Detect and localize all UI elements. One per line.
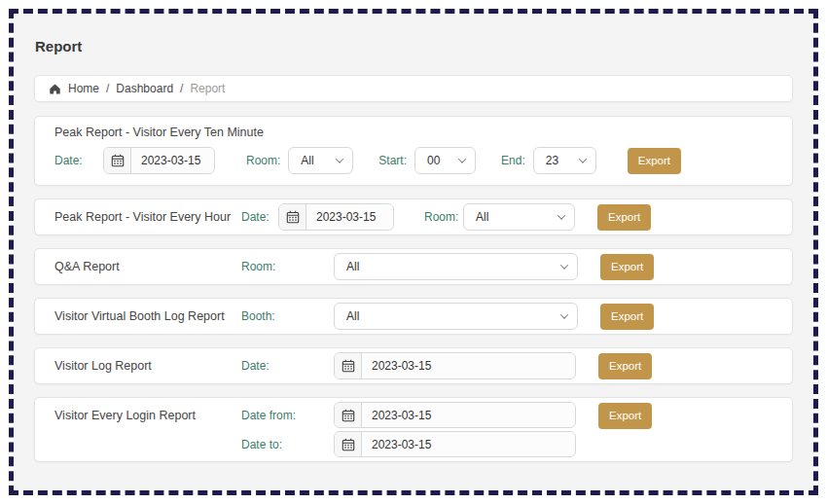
export-button[interactable]: Export — [600, 304, 654, 330]
booth-select[interactable]: All — [334, 303, 578, 330]
report-card-peak-ten-minute: Peak Report - Visitor Every Ten Minute D… — [34, 116, 793, 186]
date-input-group: 2023-03-15 — [278, 203, 394, 231]
report-title: Peak Report - Visitor Every Ten Minute — [54, 126, 773, 139]
chevron-down-icon — [336, 155, 343, 162]
date-label: Date: — [54, 154, 95, 167]
date-to-label: Date to: — [241, 438, 334, 451]
calendar-icon — [286, 210, 300, 224]
selected-option: 23 — [546, 154, 558, 167]
chevron-down-icon — [560, 261, 568, 269]
calendar-button[interactable] — [335, 353, 362, 378]
date-to-input[interactable]: 2023-03-15 — [362, 432, 575, 456]
calendar-button[interactable] — [279, 204, 306, 230]
room-label: Room: — [246, 154, 280, 167]
page-background: Report Home / Dashboard / Report Peak Re… — [14, 14, 813, 490]
report-title: Peak Report - Visitor Every Hour — [54, 210, 241, 224]
booth-label: Booth: — [241, 309, 334, 323]
date-input[interactable]: 2023-03-15 — [131, 148, 214, 173]
end-select[interactable]: 23 — [533, 147, 596, 174]
export-button[interactable]: Export — [600, 254, 654, 280]
room-label: Room: — [241, 260, 334, 273]
chevron-down-icon — [560, 310, 568, 318]
date-to-row: Date to: — [241, 431, 576, 457]
export-button[interactable]: Export — [628, 148, 681, 174]
report-card-every-login: Visitor Every Login Report Date from: — [34, 397, 793, 462]
screen: Report Home / Dashboard / Report Peak Re… — [0, 0, 827, 504]
home-icon — [49, 83, 61, 95]
report-title: Visitor Virtual Booth Log Report — [54, 309, 241, 323]
date-input[interactable]: 2023-03-15 — [362, 353, 575, 378]
date-from-label: Date from: — [241, 409, 334, 422]
content: Report Home / Dashboard / Report Peak Re… — [14, 38, 813, 462]
report-card-visitor-log: Visitor Log Report Date: 2023-03-15 — [34, 347, 793, 384]
end-label: End: — [501, 154, 525, 167]
report-controls: Date: 2023-03-15 — [54, 147, 773, 174]
chevron-down-icon — [557, 211, 565, 219]
calendar-button[interactable] — [104, 148, 131, 173]
breadcrumb-separator: / — [180, 82, 183, 95]
report-title: Q&A Report — [54, 260, 241, 273]
room-select[interactable]: All — [463, 203, 575, 231]
selected-option: All — [476, 210, 488, 224]
date-label: Date: — [241, 359, 334, 373]
date-input[interactable]: 2023-03-15 — [306, 204, 393, 230]
room-select[interactable]: All — [334, 253, 578, 280]
report-title: Visitor Every Login Report — [54, 402, 241, 429]
export-button[interactable]: Export — [597, 204, 651, 231]
date-input-group: 2023-03-15 — [103, 147, 215, 174]
selected-option: All — [346, 260, 359, 273]
calendar-icon — [342, 438, 355, 451]
chevron-down-icon — [458, 155, 466, 162]
breadcrumb-home-link[interactable]: Home — [68, 82, 99, 95]
start-label: Start: — [378, 154, 407, 167]
report-card-qa: Q&A Report Room: All Export — [34, 248, 793, 285]
selected-option: 00 — [427, 154, 440, 167]
date-range-fields: Date from: — [241, 402, 576, 457]
export-button[interactable]: Export — [598, 353, 652, 379]
date-label: Date: — [241, 210, 278, 224]
selected-option: All — [301, 154, 313, 167]
breadcrumb-dashboard-link[interactable]: Dashboard — [116, 82, 173, 95]
date-from-input[interactable]: 2023-03-15 — [362, 403, 575, 427]
date-from-row: Date from: — [241, 402, 576, 428]
calendar-icon — [342, 409, 355, 422]
room-select[interactable]: All — [288, 147, 353, 174]
date-from-input-group: 2023-03-15 — [334, 402, 576, 428]
date-to-input-group: 2023-03-15 — [334, 431, 576, 457]
selected-option: All — [346, 309, 359, 323]
chevron-down-icon — [578, 155, 586, 162]
room-label: Room: — [424, 210, 463, 224]
export-button[interactable]: Export — [598, 403, 652, 429]
breadcrumb-current: Report — [190, 82, 225, 95]
page-title: Report — [35, 38, 793, 54]
date-input-group: 2023-03-15 — [334, 352, 576, 379]
report-title: Visitor Log Report — [54, 359, 241, 373]
calendar-button[interactable] — [335, 432, 362, 456]
calendar-icon — [342, 359, 355, 373]
breadcrumb: Home / Dashboard / Report — [34, 75, 793, 102]
report-card-peak-hour: Peak Report - Visitor Every Hour Date: — [34, 198, 793, 235]
start-select[interactable]: 00 — [414, 147, 476, 174]
calendar-button[interactable] — [335, 403, 362, 427]
breadcrumb-separator: / — [106, 82, 109, 95]
report-card-booth-log: Visitor Virtual Booth Log Report Booth: … — [34, 298, 793, 335]
calendar-icon — [111, 154, 125, 167]
